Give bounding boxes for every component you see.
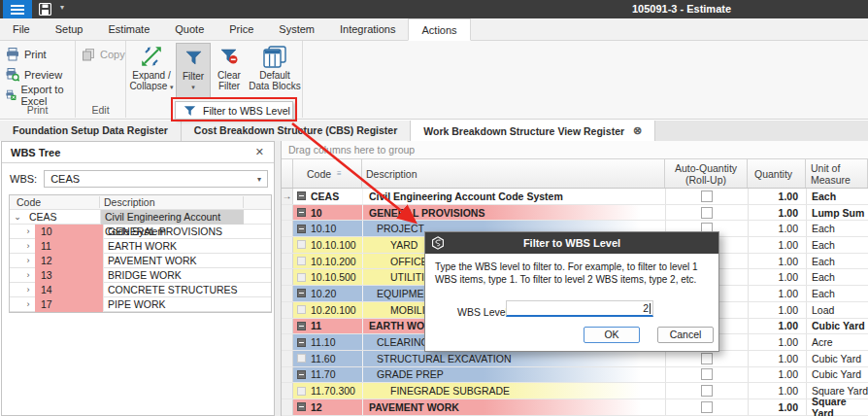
tree-expand-icon[interactable]: › — [21, 285, 35, 295]
collapse-minus-icon[interactable] — [297, 191, 306, 200]
tab-foundation-setup-data-register[interactable]: Foundation Setup Data Register — [0, 121, 182, 141]
grid-col-description[interactable]: Description — [362, 159, 665, 188]
grid-row-description-cell[interactable]: Civil Engineering Account Code System — [362, 189, 665, 204]
tree-row[interactable]: › 10 GENERAL PROVISIONS — [10, 225, 271, 239]
filter-to-wbs-level-menu-item[interactable]: Filter to WBS Level — [175, 101, 293, 120]
grid-col-code[interactable]: Code ≡ — [293, 159, 362, 188]
grid-row-unit[interactable]: Cubic Yard — [806, 367, 868, 383]
tree-row[interactable]: › 17 PIPE WORK — [10, 297, 271, 312]
grid-row-code-cell[interactable]: 11.70 — [293, 367, 362, 383]
grid-row-unit[interactable]: Each — [806, 221, 868, 236]
grid-row-quantity[interactable]: 1.00 — [748, 302, 806, 318]
grid-row-quantity[interactable]: 1.00 — [748, 269, 806, 285]
auto-quantity-checkbox[interactable] — [701, 401, 713, 413]
tree-expand-icon[interactable]: › — [21, 226, 35, 236]
menu-tab-estimate[interactable]: Estimate — [95, 18, 162, 40]
export-to-excel-button[interactable]: Export to Excel — [0, 85, 75, 105]
grid-row-quantity[interactable]: 1.00 — [748, 205, 806, 221]
grid-row-unit[interactable]: Each — [806, 286, 868, 301]
grid-row[interactable]: → CEAS Civil Engineering Account Code Sy… — [282, 189, 868, 205]
grid-row-quantity[interactable]: 1.00 — [748, 286, 806, 301]
grid-col-unit-of-measure[interactable]: Unit of Measure — [806, 159, 868, 188]
grid-row-description-cell[interactable]: GENERAL PROVISIONS — [362, 205, 665, 221]
grid-row-code-cell[interactable]: 10.20.100 — [293, 302, 362, 318]
collapse-minus-icon[interactable] — [297, 208, 306, 217]
grid-row-unit[interactable]: Each — [806, 254, 868, 269]
print-button[interactable]: Print — [0, 44, 75, 64]
collapse-minus-icon[interactable] — [297, 370, 306, 379]
ok-button[interactable]: OK — [584, 327, 640, 343]
tree-row[interactable]: › 13 BRIDGE WORK — [10, 268, 271, 283]
collapse-minus-icon[interactable] — [297, 289, 306, 297]
clear-filter-button[interactable]: Clear Filter — [212, 43, 247, 99]
tree-row[interactable]: › 12 PAVEMENT WORK — [10, 254, 271, 268]
grid-row[interactable]: 11.70 GRADE PREP 1.00 Cubic Yard — [282, 367, 868, 384]
grid-row-code-cell[interactable]: 10.10.500 — [293, 269, 362, 285]
grid-row-quantity[interactable]: 1.00 — [748, 254, 806, 269]
grid-row-quantity[interactable]: 1.00 — [748, 319, 806, 334]
grid-row-code-cell[interactable]: CEAS — [293, 189, 362, 204]
menu-tab-setup[interactable]: Setup — [43, 18, 96, 40]
grid-row-quantity[interactable]: 1.00 — [748, 367, 806, 383]
leaf-node-icon[interactable] — [297, 257, 306, 265]
filter-button[interactable]: Filter ▾ — [176, 43, 211, 99]
auto-quantity-checkbox[interactable] — [701, 385, 713, 397]
grid-row-description-cell[interactable]: PAVEMENT WORK — [362, 399, 665, 415]
grid-row-unit[interactable]: Cubic Yard — [806, 319, 868, 334]
grid-row-code-cell[interactable]: 12 — [293, 399, 362, 415]
tree-col-description[interactable]: Description — [100, 196, 244, 208]
menu-tab-file[interactable]: File — [0, 18, 43, 40]
group-by-hint[interactable]: Drag columns here to group — [282, 141, 868, 159]
leaf-node-icon[interactable] — [297, 387, 306, 396]
grid-row-unit[interactable]: Square Yard — [806, 399, 868, 415]
grid-row-quantity[interactable]: 1.00 — [748, 351, 806, 366]
grid-row-unit[interactable]: Each — [806, 189, 868, 204]
tab-cost-breakdown-structure-register[interactable]: Cost Breakdown Structure (CBS) Register — [182, 121, 411, 141]
grid-row-code-cell[interactable]: 11.10 — [293, 334, 362, 350]
menu-tab-actions[interactable]: Actions — [408, 18, 470, 41]
quick-access-caret-icon[interactable]: ▾ — [60, 3, 64, 12]
grid-row-code-cell[interactable]: 10 — [293, 205, 362, 221]
copy-button[interactable]: Copy — [76, 44, 125, 64]
grid-row-unit[interactable]: Each — [806, 269, 868, 285]
grid-row-code-cell[interactable]: 10.10.200 — [293, 254, 362, 269]
tree-expand-icon[interactable]: › — [21, 270, 35, 280]
grid-row[interactable]: 11.60 STRUCTURAL EXCAVATION 1.00 Cubic Y… — [282, 351, 868, 367]
tree-expand-icon[interactable]: › — [21, 299, 35, 309]
grid-row[interactable]: 10 GENERAL PROVISIONS 1.00 Lump Sum — [282, 205, 868, 222]
collapse-minus-icon[interactable] — [297, 402, 306, 411]
default-data-blocks-button[interactable]: Default Data Blocks — [248, 43, 302, 99]
grid-row[interactable]: 12 PAVEMENT WORK 1.00 Square Yard — [282, 399, 868, 416]
grid-row-unit[interactable]: Each — [806, 237, 868, 253]
grid-row-unit[interactable]: Load — [806, 302, 868, 318]
tree-row[interactable]: ⌄ CEAS Civil Engineering Account Code Sy… — [10, 210, 271, 225]
grid-row-quantity[interactable]: 1.00 — [748, 399, 806, 415]
wbs-level-input[interactable]: 2 — [506, 300, 653, 317]
grid-row-quantity[interactable]: 1.00 — [748, 334, 806, 350]
leaf-node-icon[interactable] — [297, 273, 306, 282]
grid-row-code-cell[interactable]: 11 — [293, 319, 362, 334]
leaf-node-icon[interactable] — [297, 354, 306, 363]
tree-row[interactable]: › 14 CONCRETE STRUCTURES — [10, 283, 271, 297]
collapse-minus-icon[interactable] — [297, 338, 306, 347]
preview-button[interactable]: Preview — [0, 64, 75, 85]
grid-row-unit[interactable]: Lump Sum — [806, 205, 868, 221]
hamburger-menu-icon[interactable] — [3, 0, 32, 18]
auto-quantity-checkbox[interactable] — [701, 368, 713, 380]
grid-row-quantity[interactable]: 1.00 — [748, 221, 806, 236]
tab-close-icon[interactable]: ⊗ — [633, 125, 642, 136]
menu-tab-system[interactable]: System — [266, 18, 327, 40]
grid-row-description-cell[interactable]: STRUCTURAL EXCAVATION — [362, 351, 665, 366]
tab-work-breakdown-structure-view-register[interactable]: Work Breakdown Structure View Register ⊗ — [411, 121, 655, 141]
panel-splitter[interactable] — [275, 141, 282, 416]
grid-row-code-cell[interactable]: 10.10.100 — [293, 237, 362, 253]
tree-expand-icon[interactable]: › — [21, 256, 35, 265]
auto-quantity-checkbox[interactable] — [701, 191, 713, 202]
grid-row-unit[interactable]: Cubic Yard — [806, 351, 868, 366]
close-icon[interactable]: ✕ — [255, 146, 264, 158]
menu-tab-quote[interactable]: Quote — [162, 18, 217, 40]
grid-row-quantity[interactable]: 1.00 — [748, 189, 806, 204]
save-icon[interactable] — [39, 3, 51, 16]
cancel-button[interactable]: Cancel — [657, 327, 714, 343]
collapse-minus-icon[interactable] — [297, 322, 306, 330]
